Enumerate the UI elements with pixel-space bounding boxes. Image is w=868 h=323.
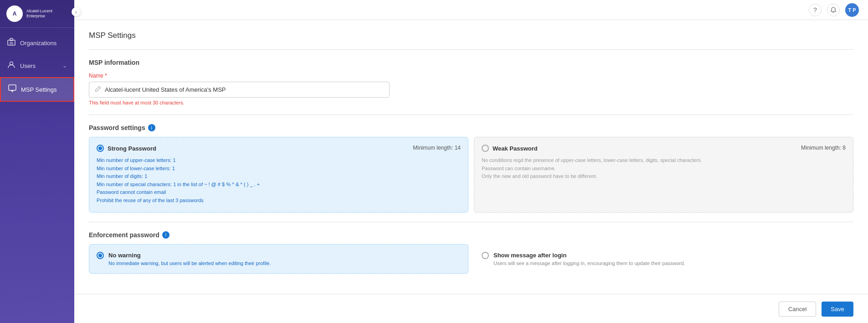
password-settings-header: Password settings i [89, 124, 853, 131]
no-warning-desc: No immediate warning, but users will be … [108, 260, 461, 266]
no-warning-content: No warning No immediate warning, but use… [108, 252, 461, 266]
enforcement-password-section: Enforcement password i No warning No imm… [89, 231, 853, 274]
footer: Cancel Save [74, 294, 868, 323]
content-area: MSP Settings MSP information Name * This… [74, 20, 868, 294]
top-divider [89, 49, 853, 50]
page-title: MSP Settings [89, 31, 853, 40]
weak-detail-0: No conditions regd the presence of upper… [482, 156, 846, 165]
strong-password-radio[interactable] [97, 145, 104, 152]
user-avatar[interactable]: T P [845, 3, 859, 17]
weak-password-header: Weak Password Minimum length: 8 [482, 145, 846, 152]
weak-password-min-length: Minimum length: 8 [801, 145, 846, 151]
sidebar-nav: Organizations Users ⌄ [0, 28, 74, 102]
name-input[interactable] [105, 86, 384, 93]
weak-password-card[interactable]: Weak Password Minimum length: 8 No condi… [474, 137, 853, 213]
weak-password-details: No conditions regd the presence of upper… [482, 156, 846, 181]
edit-icon [95, 86, 101, 94]
weak-password-title-row: Weak Password [482, 145, 538, 152]
weak-password-radio[interactable] [482, 145, 489, 152]
show-message-card[interactable]: Show message after login Users will see … [474, 244, 853, 274]
name-error-text: This field must have at most 30 characte… [89, 100, 853, 105]
strong-password-min-length: Minimum length: 14 [413, 145, 461, 151]
svg-text:A: A [13, 10, 17, 17]
mid-divider-2 [89, 222, 853, 222]
strong-detail-2: Min number of digits: 1 [97, 172, 461, 181]
sidebar-item-label-organizations: Organizations [20, 40, 56, 47]
save-button[interactable]: Save [822, 302, 853, 317]
password-settings-title: Password settings [89, 124, 145, 131]
msp-information-section: MSP information Name * This field must h… [89, 59, 853, 105]
strong-detail-5: Prohibit the reuse of any of the last 3 … [97, 197, 461, 205]
weak-password-title: Weak Password [493, 145, 538, 152]
name-field-label: Name * [89, 73, 853, 79]
msp-information-title: MSP information [89, 59, 853, 66]
password-settings-info-icon: i [148, 124, 155, 131]
sidebar-item-label-users: Users [20, 63, 36, 69]
strong-password-details: Min number of upper-case letters: 1 Min … [97, 156, 461, 205]
logo-text: Alcatel-Lucent Enterprise [26, 9, 52, 19]
users-left: Users [7, 61, 36, 71]
logo-icon: A [6, 5, 23, 22]
enforcement-options: No warning No immediate warning, but use… [89, 244, 853, 274]
weak-detail-2: Only the new and old password have to be… [482, 172, 846, 181]
users-chevron-icon: ⌄ [62, 63, 67, 69]
password-options: Strong Password Minimum length: 14 Min n… [89, 137, 853, 213]
strong-password-title: Strong Password [108, 145, 156, 152]
show-message-title: Show message after login [493, 252, 846, 259]
show-message-desc: Users will see a message after logging i… [493, 260, 846, 266]
help-icon[interactable]: ? [809, 4, 822, 16]
password-settings-section: Password settings i Strong Password Mini… [89, 124, 853, 213]
show-message-content: Show message after login Users will see … [493, 252, 846, 266]
notification-icon[interactable] [827, 4, 840, 16]
sidebar-logo: A Alcatel-Lucent Enterprise [0, 0, 74, 28]
strong-detail-3: Min number of special characters: 1 in t… [97, 181, 461, 189]
sidebar-toggle[interactable]: ‹ [72, 7, 81, 16]
no-warning-card[interactable]: No warning No immediate warning, but use… [89, 244, 468, 274]
strong-detail-1: Min number of lower-case letters: 1 [97, 165, 461, 173]
strong-password-header: Strong Password Minimum length: 14 [97, 145, 461, 152]
topbar: ? T P [74, 0, 868, 20]
svg-rect-7 [9, 85, 16, 90]
mid-divider-1 [89, 115, 853, 115]
msp-settings-icon [8, 84, 16, 94]
main-content: ? T P MSP Settings MSP information Name … [74, 0, 868, 323]
no-warning-title: No warning [108, 252, 461, 259]
sidebar-item-organizations[interactable]: Organizations [0, 31, 74, 54]
strong-detail-4: Password cannot contain email [97, 188, 461, 197]
sidebar-item-msp-settings[interactable]: MSP Settings [0, 77, 74, 102]
no-warning-radio[interactable] [97, 252, 104, 259]
strong-password-title-row: Strong Password [97, 145, 156, 152]
strong-password-card[interactable]: Strong Password Minimum length: 14 Min n… [89, 137, 468, 213]
cancel-button[interactable]: Cancel [779, 302, 816, 317]
sidebar: A Alcatel-Lucent Enterprise ‹ Organizati… [0, 0, 74, 323]
svg-rect-3 [10, 38, 13, 41]
enforcement-title: Enforcement password [89, 231, 159, 239]
users-icon [7, 61, 15, 71]
show-message-radio[interactable] [482, 252, 489, 259]
enforcement-header: Enforcement password i [89, 231, 853, 239]
name-input-wrapper [89, 82, 390, 98]
sidebar-item-users[interactable]: Users ⌄ [0, 54, 74, 77]
sidebar-item-label-msp-settings: MSP Settings [21, 86, 57, 93]
weak-detail-1: Password can contain username. [482, 165, 846, 173]
enforcement-info-icon: i [162, 231, 169, 239]
organizations-icon [7, 38, 15, 48]
strong-detail-0: Min number of upper-case letters: 1 [97, 156, 461, 165]
